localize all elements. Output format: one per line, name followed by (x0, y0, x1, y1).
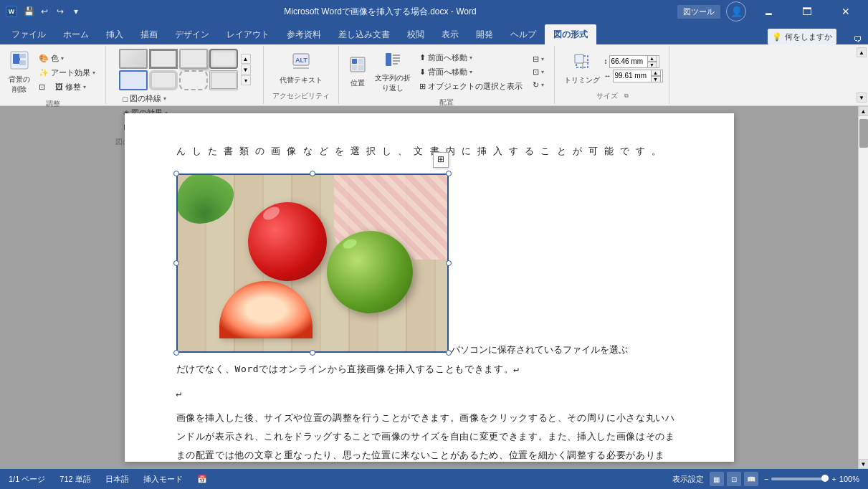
wrap-text-button[interactable]: 文字列の折 り返し (372, 49, 414, 95)
para-after-2: 画像を挿入した後、サイズや位置の調整を行うことができます。画像をクリックすると、… (176, 409, 682, 469)
style-thumb-4[interactable] (209, 49, 238, 69)
read-mode-btn[interactable]: 📖 (744, 472, 758, 486)
handle-top-middle[interactable] (310, 171, 315, 176)
redo-quick-btn[interactable]: ↪ (53, 4, 67, 19)
style-thumb-1[interactable] (119, 49, 148, 69)
compress-pic-button[interactable]: ⊡ (34, 81, 49, 93)
handle-bottom-left[interactable] (173, 350, 179, 356)
style-thumb-5[interactable] (119, 70, 148, 90)
svg-rect-1 (13, 54, 20, 64)
adjust-col: 🎨 色 ▾ ✨ アート効果 ▾ ⊡ 🖼 修整 (34, 52, 100, 94)
zoom-minus-btn[interactable]: − (764, 475, 768, 483)
style-thumb-6[interactable] (149, 70, 178, 90)
height-spinner[interactable]: ▲ ▼ (647, 55, 657, 68)
wrap-label: 文字列の折 り返し (375, 73, 411, 93)
ribbon-collapse-btn[interactable]: 🗨 (854, 34, 862, 44)
remove-bg-button[interactable]: 背景の 削除 (6, 49, 33, 96)
tab-review[interactable]: 校閲 (399, 24, 433, 44)
handle-middle-left[interactable] (173, 260, 179, 266)
ribbon-scroll-down[interactable]: ▼ (857, 92, 867, 103)
align-btn[interactable]: ⊟ ▾ (528, 53, 548, 65)
style-thumb-8[interactable] (209, 70, 238, 90)
input-mode[interactable]: 挿入モード (143, 474, 183, 485)
change-pic-button[interactable]: 🖼 修整 ▾ (51, 80, 90, 94)
trim-label: トリミング (564, 75, 600, 85)
group-size: トリミング ↕ 66.46 mm ▲ ▼ ↔ (555, 46, 669, 104)
zoom-thumb[interactable] (821, 475, 829, 482)
tab-layout[interactable]: レイアウト (218, 24, 278, 44)
page-wrapper[interactable]: ん し た 書 類 の 画 像 な ど を 選 択 し 、 文 書 内 に 挿 … (0, 106, 858, 469)
style-thumb-3[interactable] (179, 49, 208, 69)
bring-forward-btn[interactable]: ⬆ 前面へ移動 ▾ (415, 51, 527, 65)
gallery-up-btn[interactable]: ▲ (241, 54, 251, 64)
ribbon-scroll-up[interactable]: ▲ (857, 47, 867, 57)
web-layout-btn[interactable]: ⊡ (727, 472, 741, 486)
zoom-slider[interactable] (771, 478, 829, 480)
tab-picture-format[interactable]: 図の形式 (545, 24, 596, 44)
width-down-btn[interactable]: ▼ (651, 76, 661, 82)
scroll-track[interactable] (859, 116, 868, 459)
tab-home[interactable]: ホーム (54, 24, 97, 44)
zoom-plus-btn[interactable]: + (831, 475, 836, 483)
save-quick-btn[interactable]: 💾 (22, 4, 36, 19)
selection-pane-btn[interactable]: ⊞ オブジェクトの選択と表示 (415, 80, 527, 93)
width-input[interactable]: 99.61 mm ▲ ▼ (613, 70, 663, 82)
alt-text-icon: ALT (292, 52, 310, 74)
handle-bottom-right[interactable] (446, 350, 452, 356)
width-spinner[interactable]: ▲ ▼ (651, 70, 661, 82)
language-indicator[interactable]: 日本語 (105, 474, 129, 485)
scroll-thumb[interactable] (859, 119, 868, 148)
picture-border-button[interactable]: □ 図の枠線 ▾ (119, 92, 196, 105)
art-effect-button[interactable]: ✨ アート効果 ▾ (34, 66, 100, 80)
zoom-control: − + 100% (764, 475, 859, 483)
apple-scene (176, 174, 449, 353)
help-search-box[interactable]: 💡 何をしますか (768, 29, 836, 44)
tab-draw[interactable]: 描画 (132, 24, 166, 44)
maximize-btn[interactable]: 🗖 (791, 0, 824, 23)
group-btn[interactable]: ⊡ ▾ (528, 66, 548, 78)
height-up-btn[interactable]: ▲ (647, 55, 657, 62)
selected-image-container[interactable]: ⊞ (176, 174, 449, 353)
scroll-down-btn[interactable]: ▼ (859, 459, 869, 469)
scroll-up-btn[interactable]: ▲ (859, 106, 869, 116)
trim-button[interactable]: トリミング (561, 51, 603, 87)
tab-help[interactable]: ヘルプ (502, 24, 545, 44)
print-layout-btn[interactable]: ▦ (710, 472, 724, 486)
gallery-down-btn[interactable]: ▼ (241, 65, 251, 75)
window-title: Microsoft Wordで画像を挿入する場合.docx - Word (83, 6, 677, 18)
close-btn[interactable]: ✕ (829, 0, 862, 23)
minimize-btn[interactable]: 🗕 (752, 0, 785, 23)
tab-view[interactable]: 表示 (433, 24, 467, 44)
tab-insert[interactable]: 挿入 (97, 24, 132, 44)
handle-bottom-middle[interactable] (310, 350, 315, 356)
handle-middle-right[interactable] (446, 260, 452, 266)
height-down-btn[interactable]: ▼ (647, 62, 657, 68)
handle-top-left[interactable] (173, 171, 179, 176)
position-button[interactable]: 位置 (345, 54, 371, 90)
undo-quick-btn[interactable]: ↩ (37, 4, 52, 19)
color-button[interactable]: 🎨 色 ▾ (34, 52, 100, 65)
style-thumb-7[interactable] (179, 70, 208, 90)
customize-quick-btn[interactable]: ▾ (69, 4, 83, 19)
para-after-1: だけでなく、Wordではオンラインから直接画像を挿入することもできます。↵ (176, 360, 682, 379)
layout-options-icon[interactable]: ⊞ (433, 152, 449, 168)
tab-design[interactable]: デザイン (166, 24, 218, 44)
send-backward-btn[interactable]: ⬇ 背面へ移動 ▾ (415, 65, 527, 79)
width-up-btn[interactable]: ▲ (651, 70, 661, 76)
tab-file[interactable]: ファイル (3, 24, 54, 44)
tab-mailings[interactable]: 差し込み文書 (330, 24, 399, 44)
tab-references[interactable]: 参考資料 (278, 24, 330, 44)
handle-top-right[interactable] (446, 171, 452, 176)
vertical-scrollbar[interactable]: ▲ ▼ (858, 106, 868, 469)
gallery-more-btn[interactable]: ▾ (241, 75, 251, 85)
user-avatar[interactable]: 👤 (726, 1, 746, 22)
style-thumb-2[interactable] (149, 49, 178, 69)
group-adjust: 背景の 削除 🎨 色 ▾ ✨ アート効果 ▾ ⊡ (0, 46, 106, 104)
height-input[interactable]: 66.46 mm ▲ ▼ (609, 55, 659, 68)
document-page[interactable]: ん し た 書 類 の 画 像 な ど を 選 択 し 、 文 書 内 に 挿 … (125, 113, 734, 462)
size-expander[interactable]: ⧉ (622, 92, 631, 100)
tab-developer[interactable]: 開発 (467, 24, 502, 44)
alt-text-button[interactable]: ALT 代替テキスト (277, 51, 325, 87)
rotate-btn[interactable]: ↻ ▾ (528, 79, 548, 91)
alt-text-label: 代替テキスト (280, 75, 323, 85)
